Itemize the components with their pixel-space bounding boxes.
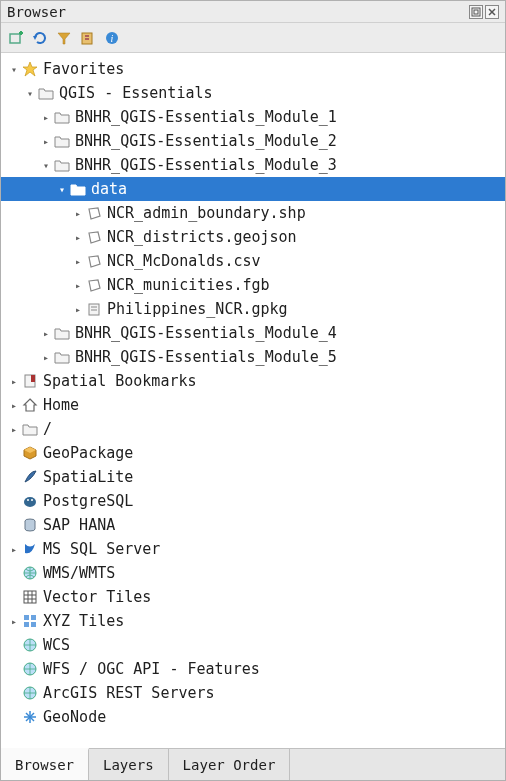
tree-label: SAP HANA: [43, 516, 115, 534]
tab-label: Layers: [103, 757, 154, 773]
svg-rect-0: [472, 8, 480, 16]
tree-item-module5[interactable]: ▸ BNHR_QGIS-Essentials_Module_5: [1, 345, 505, 369]
browser-tree[interactable]: ▾ Favorites ▾ QGIS - Essentials ▸ BNHR_Q…: [1, 53, 505, 748]
tree-item-file[interactable]: ▸ NCR_municities.fgb: [1, 273, 505, 297]
tree-item-root[interactable]: ▸ /: [1, 417, 505, 441]
tree-item-geonode[interactable]: GeoNode: [1, 705, 505, 729]
tab-layer-order[interactable]: Layer Order: [169, 749, 291, 780]
filter-icon: [56, 30, 72, 46]
snowflake-icon: [21, 709, 39, 725]
mssql-icon: [21, 541, 39, 557]
tree-label: Home: [43, 396, 79, 414]
tree-item-mssql[interactable]: ▸ MS SQL Server: [1, 537, 505, 561]
tree-item-home[interactable]: ▸ Home: [1, 393, 505, 417]
tree-label: BNHR_QGIS-Essentials_Module_5: [75, 348, 337, 366]
folder-icon: [53, 350, 71, 364]
properties-button[interactable]: i: [103, 29, 121, 47]
xyz-grid-icon: [21, 613, 39, 629]
tree-label: PostgreSQL: [43, 492, 133, 510]
tree-item-spatialite[interactable]: SpatiaLite: [1, 465, 505, 489]
chevron-down-icon[interactable]: ▾: [23, 88, 37, 99]
chevron-right-icon[interactable]: ▸: [7, 376, 21, 387]
vector-polygon-icon: [85, 206, 103, 220]
chevron-right-icon[interactable]: ▸: [7, 544, 21, 555]
tree-item-file[interactable]: ▸ Philippines_NCR.gpkg: [1, 297, 505, 321]
undock-button[interactable]: [469, 5, 483, 19]
chevron-right-icon[interactable]: ▸: [71, 304, 85, 315]
collapse-all-button[interactable]: [79, 29, 97, 47]
tree-label: GeoNode: [43, 708, 106, 726]
tree-item-arcgis[interactable]: ArcGIS REST Servers: [1, 681, 505, 705]
chevron-right-icon[interactable]: ▸: [39, 328, 53, 339]
tree-label: NCR_McDonalds.csv: [107, 252, 261, 270]
tab-layers[interactable]: Layers: [89, 749, 169, 780]
chevron-right-icon[interactable]: ▸: [39, 352, 53, 363]
tree-label: WMS/WMTS: [43, 564, 115, 582]
tree-label: data: [91, 180, 127, 198]
filter-button[interactable]: [55, 29, 73, 47]
tree-item-wfs[interactable]: WFS / OGC API - Features: [1, 657, 505, 681]
refresh-button[interactable]: [31, 29, 49, 47]
chevron-right-icon[interactable]: ▸: [71, 256, 85, 267]
tree-item-data-folder[interactable]: ▾ data: [1, 177, 505, 201]
tree-item-module1[interactable]: ▸ BNHR_QGIS-Essentials_Module_1: [1, 105, 505, 129]
vector-polygon-icon: [85, 278, 103, 292]
tree-item-favorites[interactable]: ▾ Favorites: [1, 57, 505, 81]
tree-item-module4[interactable]: ▸ BNHR_QGIS-Essentials_Module_4: [1, 321, 505, 345]
close-button[interactable]: [485, 5, 499, 19]
svg-marker-24: [24, 399, 36, 411]
vector-polygon-icon: [85, 254, 103, 268]
tree-item-xyz[interactable]: ▸ XYZ Tiles: [1, 609, 505, 633]
chevron-right-icon[interactable]: ▸: [71, 208, 85, 219]
tree-item-postgresql[interactable]: PostgreSQL: [1, 489, 505, 513]
chevron-right-icon[interactable]: ▸: [7, 616, 21, 627]
chevron-right-icon[interactable]: ▸: [39, 112, 53, 123]
folder-icon: [53, 158, 71, 172]
tree-item-wms[interactable]: WMS/WMTS: [1, 561, 505, 585]
globe-icon: [21, 685, 39, 701]
bookmark-icon: [21, 373, 39, 389]
chevron-right-icon[interactable]: ▸: [7, 424, 21, 435]
star-icon: [21, 61, 39, 77]
add-layer-button[interactable]: [7, 29, 25, 47]
tree-label: SpatiaLite: [43, 468, 133, 486]
chevron-down-icon[interactable]: ▾: [39, 160, 53, 171]
tree-item-sap-hana[interactable]: SAP HANA: [1, 513, 505, 537]
chevron-down-icon[interactable]: ▾: [55, 184, 69, 195]
tree-item-qgis-essentials[interactable]: ▾ QGIS - Essentials: [1, 81, 505, 105]
svg-text:i: i: [111, 33, 114, 44]
collapse-icon: [80, 30, 96, 46]
panel-title: Browser: [7, 4, 467, 20]
globe-icon: [21, 637, 39, 653]
refresh-icon: [32, 30, 48, 46]
grid-icon: [21, 589, 39, 605]
chevron-right-icon[interactable]: ▸: [71, 280, 85, 291]
database-icon: [21, 517, 39, 533]
chevron-down-icon[interactable]: ▾: [7, 64, 21, 75]
tree-item-file[interactable]: ▸ NCR_McDonalds.csv: [1, 249, 505, 273]
tree-item-spatial-bookmarks[interactable]: ▸ Spatial Bookmarks: [1, 369, 505, 393]
chevron-right-icon[interactable]: ▸: [7, 400, 21, 411]
tree-item-file[interactable]: ▸ NCR_districts.geojson: [1, 225, 505, 249]
vector-polygon-icon: [85, 230, 103, 244]
tree-item-module2[interactable]: ▸ BNHR_QGIS-Essentials_Module_2: [1, 129, 505, 153]
tree-label: Spatial Bookmarks: [43, 372, 197, 390]
tree-item-vector-tiles[interactable]: Vector Tiles: [1, 585, 505, 609]
tree-label: GeoPackage: [43, 444, 133, 462]
tree-item-file[interactable]: ▸ NCR_admin_boundary.shp: [1, 201, 505, 225]
svg-rect-4: [10, 34, 20, 43]
tree-label: /: [43, 420, 52, 438]
tree-label: XYZ Tiles: [43, 612, 124, 630]
tree-label: Philippines_NCR.gpkg: [107, 300, 288, 318]
tree-label: WCS: [43, 636, 70, 654]
tree-label: QGIS - Essentials: [59, 84, 213, 102]
tree-item-geopackage[interactable]: GeoPackage: [1, 441, 505, 465]
tree-item-wcs[interactable]: WCS: [1, 633, 505, 657]
browser-toolbar: i: [1, 23, 505, 53]
tab-browser[interactable]: Browser: [1, 748, 89, 780]
chevron-right-icon[interactable]: ▸: [39, 136, 53, 147]
svg-rect-38: [31, 615, 36, 620]
chevron-right-icon[interactable]: ▸: [71, 232, 85, 243]
tree-item-module3[interactable]: ▾ BNHR_QGIS-Essentials_Module_3: [1, 153, 505, 177]
undock-icon: [471, 7, 481, 17]
